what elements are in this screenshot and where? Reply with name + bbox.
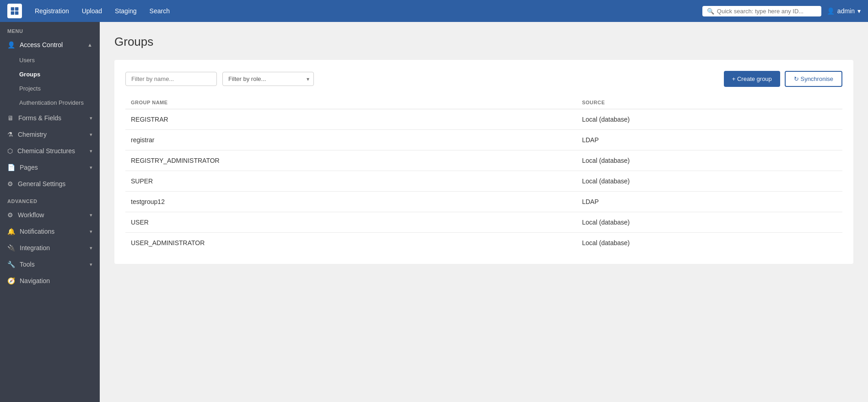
nav-upload[interactable]: Upload bbox=[76, 5, 108, 17]
form-icon: 🖥 bbox=[7, 114, 14, 122]
sidebar-item-access-control-left: 👤 Access Control bbox=[7, 41, 63, 48]
layout: MENU 👤 Access Control ▲ Users Groups Pro… bbox=[0, 22, 868, 402]
sidebar-item-chemistry-left: ⚗ Chemistry bbox=[7, 131, 47, 138]
gear-icon: ⚙ bbox=[7, 180, 13, 188]
sidebar-item-navigation[interactable]: 🧭 Navigation bbox=[0, 273, 100, 289]
main-content: Groups Filter by role... Admin User Regi… bbox=[100, 22, 868, 402]
sidebar-subitem-projects[interactable]: Projects bbox=[0, 81, 100, 96]
filter-role-select[interactable]: Filter by role... Admin User Registrar bbox=[222, 72, 314, 86]
topnav-right: 🔍 👤 admin ▾ bbox=[702, 6, 861, 16]
source-cell: Local (database) bbox=[577, 212, 842, 233]
sidebar-label-general-settings: General Settings bbox=[18, 180, 65, 188]
toolbar: Filter by role... Admin User Registrar ▾… bbox=[125, 71, 842, 87]
sidebar-item-access-control[interactable]: 👤 Access Control ▲ bbox=[0, 37, 100, 53]
groups-card: Filter by role... Admin User Registrar ▾… bbox=[114, 60, 853, 264]
chevron-down-icon-tools: ▾ bbox=[90, 262, 92, 268]
table-row[interactable]: REGISTRARLocal (database) bbox=[125, 109, 842, 130]
sidebar-item-forms-fields[interactable]: 🖥 Forms & Fields ▾ bbox=[0, 110, 100, 126]
table-row[interactable]: registrarLDAP bbox=[125, 130, 842, 150]
table-row[interactable]: SUPERLocal (database) bbox=[125, 171, 842, 192]
sidebar-label-chemical-structures: Chemical Structures bbox=[17, 147, 75, 155]
chevron-down-icon-structures: ▾ bbox=[90, 148, 92, 154]
table-row[interactable]: testgroup12LDAP bbox=[125, 192, 842, 212]
group-name-cell: testgroup12 bbox=[125, 192, 577, 212]
group-name-cell: USER bbox=[125, 212, 577, 233]
workflow-icon: ⚙ bbox=[7, 211, 13, 219]
page-icon: 📄 bbox=[7, 164, 15, 171]
table-row[interactable]: USERLocal (database) bbox=[125, 212, 842, 233]
page-title: Groups bbox=[114, 35, 853, 49]
synchronise-button[interactable]: ↻ Synchronise bbox=[785, 71, 842, 87]
sidebar-subitem-groups[interactable]: Groups bbox=[0, 67, 100, 81]
sidebar-item-workflow[interactable]: ⚙ Workflow ▾ bbox=[0, 207, 100, 223]
sidebar-item-chemical-structures-left: ⬡ Chemical Structures bbox=[7, 147, 75, 155]
groups-table-body: REGISTRARLocal (database)registrarLDAPRE… bbox=[125, 109, 842, 253]
sidebar-label-chemistry: Chemistry bbox=[18, 131, 47, 138]
group-name-cell: registrar bbox=[125, 130, 577, 150]
sidebar-item-chemical-structures[interactable]: ⬡ Chemical Structures ▾ bbox=[0, 143, 100, 159]
topnav-links: Registration Upload Staging Search bbox=[29, 5, 702, 17]
sidebar-item-general-settings-left: ⚙ General Settings bbox=[7, 180, 65, 188]
sidebar-subitem-users[interactable]: Users bbox=[0, 53, 100, 67]
sidebar-label-tools: Tools bbox=[20, 261, 35, 268]
create-group-button[interactable]: + Create group bbox=[724, 71, 780, 87]
tools-icon: 🔧 bbox=[7, 261, 15, 268]
sidebar-item-notifications[interactable]: 🔔 Notifications ▾ bbox=[0, 223, 100, 240]
source-cell: LDAP bbox=[577, 130, 842, 150]
chevron-down-icon: ▾ bbox=[90, 115, 92, 121]
nav-registration[interactable]: Registration bbox=[29, 5, 75, 17]
source-cell: Local (database) bbox=[577, 171, 842, 192]
quick-search-box: 🔍 bbox=[702, 6, 821, 16]
user-label: admin bbox=[837, 7, 855, 15]
svg-rect-3 bbox=[15, 11, 19, 15]
sidebar-subitem-auth-providers[interactable]: Authentication Providers bbox=[0, 96, 100, 110]
svg-rect-2 bbox=[11, 11, 15, 15]
nav-search[interactable]: Search bbox=[144, 5, 175, 17]
col-source: SOURCE bbox=[577, 96, 842, 109]
sidebar-item-chemistry[interactable]: ⚗ Chemistry ▾ bbox=[0, 126, 100, 143]
sidebar-label-workflow: Workflow bbox=[18, 211, 44, 219]
chemistry-icon: ⚗ bbox=[7, 131, 13, 138]
sidebar-item-pages[interactable]: 📄 Pages ▾ bbox=[0, 159, 100, 176]
sidebar-item-pages-left: 📄 Pages bbox=[7, 164, 38, 171]
sidebar-item-navigation-left: 🧭 Navigation bbox=[7, 277, 50, 284]
chevron-down-icon-integration: ▾ bbox=[90, 245, 92, 251]
user-menu[interactable]: 👤 admin ▾ bbox=[827, 7, 861, 15]
advanced-section-label: ADVANCED bbox=[0, 192, 100, 207]
group-name-cell: REGISTRY_ADMINISTRATOR bbox=[125, 150, 577, 171]
sidebar-item-integration[interactable]: 🔌 Integration ▾ bbox=[0, 240, 100, 256]
source-cell: LDAP bbox=[577, 192, 842, 212]
chevron-down-icon: ▾ bbox=[857, 7, 861, 15]
chevron-up-icon: ▲ bbox=[87, 42, 92, 48]
bell-icon: 🔔 bbox=[7, 228, 15, 235]
filter-role-wrapper: Filter by role... Admin User Registrar ▾ bbox=[222, 72, 314, 86]
col-group-name: GROUP NAME bbox=[125, 96, 577, 109]
chevron-down-icon-chemistry: ▾ bbox=[90, 132, 92, 138]
chevron-down-icon-pages: ▾ bbox=[90, 165, 92, 171]
groups-table: GROUP NAME SOURCE REGISTRARLocal (databa… bbox=[125, 96, 842, 253]
sidebar-item-tools[interactable]: 🔧 Tools ▾ bbox=[0, 256, 100, 273]
group-name-cell: SUPER bbox=[125, 171, 577, 192]
sidebar-label-access-control: Access Control bbox=[20, 41, 63, 48]
table-row[interactable]: REGISTRY_ADMINISTRATORLocal (database) bbox=[125, 150, 842, 171]
integration-icon: 🔌 bbox=[7, 244, 15, 252]
user-icon: 👤 bbox=[827, 7, 835, 15]
toolbar-right: + Create group ↻ Synchronise bbox=[724, 71, 842, 87]
sidebar-label-pages: Pages bbox=[20, 164, 38, 171]
sidebar-label-integration: Integration bbox=[20, 244, 50, 252]
search-input[interactable] bbox=[717, 8, 817, 15]
sidebar-label-notifications: Notifications bbox=[20, 228, 54, 235]
filter-name-input[interactable] bbox=[125, 72, 217, 86]
nav-staging[interactable]: Staging bbox=[109, 5, 142, 17]
person-icon: 👤 bbox=[7, 41, 15, 48]
table-row[interactable]: USER_ADMINISTRATORLocal (database) bbox=[125, 233, 842, 253]
structure-icon: ⬡ bbox=[7, 147, 13, 155]
search-icon: 🔍 bbox=[707, 8, 714, 15]
sidebar: MENU 👤 Access Control ▲ Users Groups Pro… bbox=[0, 22, 100, 402]
navigation-icon: 🧭 bbox=[7, 277, 15, 284]
sidebar-label-forms-fields: Forms & Fields bbox=[18, 114, 61, 122]
app-logo[interactable] bbox=[7, 4, 22, 18]
svg-rect-0 bbox=[11, 7, 15, 11]
sidebar-item-general-settings[interactable]: ⚙ General Settings bbox=[0, 176, 100, 192]
sidebar-label-navigation: Navigation bbox=[20, 277, 50, 284]
